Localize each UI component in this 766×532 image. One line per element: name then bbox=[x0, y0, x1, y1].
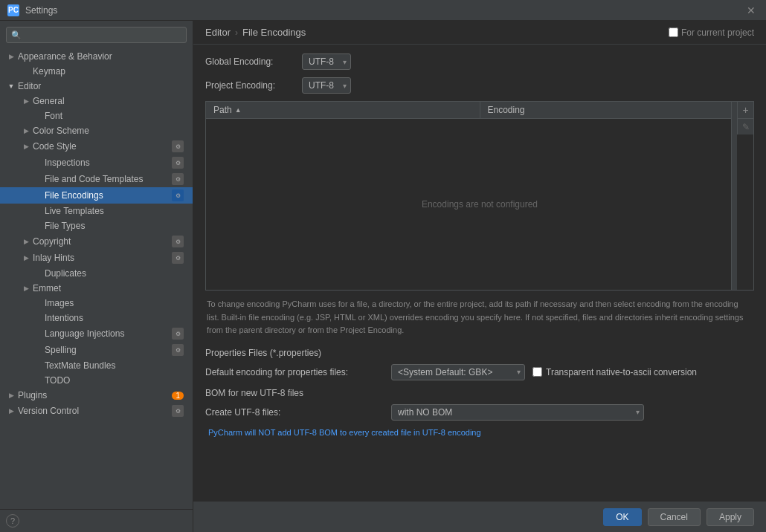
transparent-checkbox[interactable] bbox=[532, 367, 542, 377]
sidebar-item-live-templates[interactable]: Live Templates bbox=[0, 204, 193, 218]
sidebar-item-file-encodings[interactable]: File Encodings ⚙ bbox=[0, 187, 193, 204]
sidebar-item-appearance[interactable]: ▶ Appearance & Behavior bbox=[0, 49, 193, 64]
bom-note: PyCharm will NOT add UTF-8 BOM to every … bbox=[205, 428, 754, 437]
arrow-icon: ▶ bbox=[21, 254, 31, 262]
transparent-checkbox-label[interactable]: Transparent native-to-ascii conversion bbox=[532, 367, 697, 377]
sidebar-item-font[interactable]: Font bbox=[0, 108, 193, 123]
sidebar-item-label: Keymap bbox=[31, 66, 187, 77]
arrow-icon: ▶ bbox=[6, 53, 16, 60]
project-label: For current project bbox=[681, 27, 754, 38]
sidebar-item-label: General bbox=[31, 96, 187, 106]
global-encoding-label: Global Encoding: bbox=[205, 56, 302, 67]
sidebar-item-label: Emmet bbox=[31, 283, 187, 293]
sidebar-item-spelling[interactable]: Spelling ⚙ bbox=[0, 342, 193, 358]
create-utf8-row: Create UTF-8 files: with NO BOM bbox=[205, 404, 754, 421]
settings-icon: ⚙ bbox=[172, 236, 184, 247]
ok-button[interactable]: OK bbox=[603, 508, 641, 526]
create-utf8-dropdown[interactable]: with NO BOM bbox=[391, 404, 644, 421]
settings-icon: ⚙ bbox=[172, 173, 184, 185]
sidebar-item-label: Code Style bbox=[31, 141, 172, 152]
sidebar-item-label: TextMate Bundles bbox=[43, 360, 187, 371]
arrow-icon: ▶ bbox=[6, 407, 16, 415]
sidebar-tree: ▶ Appearance & Behavior Keymap ▼ Editor … bbox=[0, 49, 193, 509]
sidebar-item-label: File Encodings bbox=[43, 190, 172, 201]
sidebar-item-language-injections[interactable]: Language Injections ⚙ bbox=[0, 325, 193, 342]
sidebar: 🔍 ▶ Appearance & Behavior Keymap ▼ Edito… bbox=[0, 21, 193, 532]
sidebar-item-label: Duplicates bbox=[43, 268, 187, 279]
info-text: To change encoding PyCharm uses for a fi… bbox=[205, 298, 754, 337]
arrow-icon: ▶ bbox=[21, 97, 31, 105]
settings-icon: ⚙ bbox=[172, 140, 184, 152]
sidebar-item-label: Spelling bbox=[43, 345, 172, 355]
default-encoding-label: Default encoding for properties files: bbox=[205, 367, 384, 377]
sidebar-item-inspections[interactable]: Inspections ⚙ bbox=[0, 155, 193, 171]
sidebar-item-keymap[interactable]: Keymap bbox=[0, 64, 193, 79]
app-icon: PC bbox=[7, 4, 19, 16]
cancel-button[interactable]: Cancel bbox=[648, 508, 701, 526]
search-input[interactable] bbox=[25, 30, 181, 40]
search-box[interactable]: 🔍 bbox=[6, 27, 187, 43]
sidebar-item-intentions[interactable]: Intentions bbox=[0, 311, 193, 325]
help-button[interactable]: ? bbox=[6, 514, 19, 528]
path-column-header: Path ▲ bbox=[206, 102, 480, 118]
table-scrollbar bbox=[731, 102, 737, 290]
global-encoding-row: Global Encoding: UTF-8 bbox=[205, 53, 754, 70]
plugins-badge: 1 bbox=[172, 392, 184, 400]
sidebar-item-code-style[interactable]: ▶ Code Style ⚙ bbox=[0, 138, 193, 155]
sidebar-item-file-types[interactable]: File Types bbox=[0, 218, 193, 233]
project-encoding-dropdown[interactable]: UTF-8 bbox=[302, 77, 351, 94]
close-button[interactable]: ✕ bbox=[744, 4, 759, 16]
edit-encoding-button[interactable]: ✎ bbox=[737, 118, 753, 134]
sidebar-item-label: Inspections bbox=[43, 158, 172, 168]
sidebar-item-color-scheme[interactable]: ▶ Color Scheme bbox=[0, 123, 193, 138]
bom-note-link[interactable]: UTF-8 BOM bbox=[294, 428, 338, 437]
sidebar-item-copyright[interactable]: ▶ Copyright ⚙ bbox=[0, 233, 193, 250]
project-encoding-label: Project Encoding: bbox=[205, 80, 302, 91]
project-encoding-value: UTF-8 bbox=[309, 80, 334, 91]
sidebar-item-label: Images bbox=[43, 298, 187, 308]
global-encoding-dropdown[interactable]: UTF-8 bbox=[302, 53, 351, 70]
default-encoding-dropdown[interactable]: <System Default: GBK> bbox=[391, 364, 525, 380]
encoding-column-header: Encoding bbox=[480, 102, 754, 118]
sidebar-item-emmet[interactable]: ▶ Emmet bbox=[0, 281, 193, 296]
sidebar-bottom: ? bbox=[0, 509, 193, 532]
project-checkbox[interactable] bbox=[669, 27, 678, 37]
search-icon: 🔍 bbox=[11, 30, 22, 40]
arrow-icon: ▶ bbox=[21, 238, 31, 245]
sidebar-item-general[interactable]: ▶ General bbox=[0, 94, 193, 108]
arrow-icon: ▶ bbox=[21, 285, 31, 292]
bom-section-title: BOM for new UTF-8 files bbox=[205, 388, 754, 398]
sidebar-item-textmate[interactable]: TextMate Bundles bbox=[0, 358, 193, 373]
settings-icon: ⚙ bbox=[172, 328, 184, 340]
settings-icon: ⚙ bbox=[172, 405, 184, 417]
settings-icon: ⚙ bbox=[172, 157, 184, 169]
settings-icon: ⚙ bbox=[172, 344, 184, 356]
sidebar-item-label: Plugins bbox=[16, 390, 172, 400]
bom-note-suffix: to every created file in UTF-8 encoding bbox=[338, 428, 481, 437]
global-encoding-value: UTF-8 bbox=[309, 56, 334, 67]
default-encoding-row: Default encoding for properties files: <… bbox=[205, 364, 754, 380]
sidebar-item-plugins[interactable]: ▶ Plugins 1 bbox=[0, 388, 193, 403]
transparent-label-text: Transparent native-to-ascii conversion bbox=[546, 367, 697, 377]
window-title: Settings bbox=[25, 5, 57, 16]
default-encoding-value: <System Default: GBK> bbox=[398, 367, 492, 377]
main-container: 🔍 ▶ Appearance & Behavior Keymap ▼ Edito… bbox=[0, 21, 766, 532]
sidebar-item-images[interactable]: Images bbox=[0, 296, 193, 311]
sidebar-item-todo[interactable]: TODO bbox=[0, 373, 193, 388]
sidebar-item-file-code-templates[interactable]: File and Code Templates ⚙ bbox=[0, 171, 193, 187]
sidebar-item-editor[interactable]: ▼ Editor bbox=[0, 79, 193, 94]
sidebar-item-label: Version Control bbox=[16, 406, 172, 416]
project-encoding-row: Project Encoding: UTF-8 bbox=[205, 77, 754, 94]
sidebar-item-label: Color Scheme bbox=[31, 126, 187, 136]
sidebar-item-inlay-hints[interactable]: ▶ Inlay Hints ⚙ bbox=[0, 250, 193, 266]
arrow-icon: ▶ bbox=[21, 127, 31, 134]
sidebar-item-duplicates[interactable]: Duplicates bbox=[0, 266, 193, 281]
sidebar-item-label: Font bbox=[43, 111, 187, 121]
sidebar-item-label: Appearance & Behavior bbox=[16, 51, 187, 62]
create-utf8-label: Create UTF-8 files: bbox=[205, 407, 384, 418]
breadcrumb-current: File Encodings bbox=[242, 27, 306, 38]
apply-button[interactable]: Apply bbox=[707, 508, 754, 526]
add-encoding-button[interactable]: + bbox=[737, 102, 753, 118]
sidebar-item-version-control[interactable]: ▶ Version Control ⚙ bbox=[0, 403, 193, 419]
sidebar-item-label: Copyright bbox=[31, 236, 172, 247]
